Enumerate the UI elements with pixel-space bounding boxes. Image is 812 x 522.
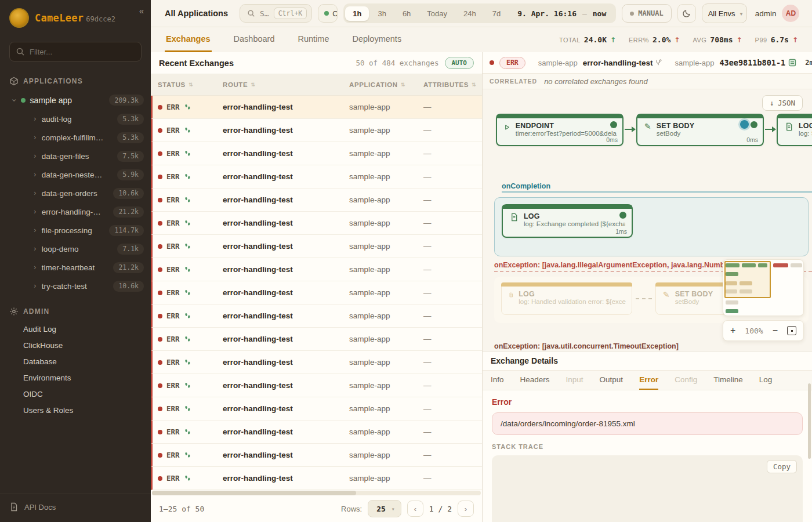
prev-page-button[interactable]: ‹ — [407, 501, 423, 517]
detail-app-name-2: sample-app — [675, 59, 714, 67]
details-tab[interactable]: Headers — [520, 371, 550, 390]
sidebar-route-item[interactable]: › timer-heartbeat 21.2k — [0, 258, 151, 277]
time-range-button[interactable]: Today — [419, 6, 455, 21]
next-page-button[interactable]: › — [458, 501, 474, 517]
time-range-button[interactable]: 24h — [456, 6, 484, 21]
details-tab[interactable]: Timeline — [713, 371, 743, 390]
table-row[interactable]: ERR error-handling-test sample-app — 5EF… — [151, 397, 482, 420]
table-row[interactable]: ERR error-handling-test sample-app — A15… — [151, 420, 482, 444]
table-row[interactable]: ERR error-handling-test sample-app — 5EF… — [151, 467, 482, 490]
table-row[interactable]: ERR error-handling-test sample-app — 96E… — [151, 212, 482, 235]
page-indicator: 1 / 2 — [429, 505, 452, 513]
route-label: complex-fulfillm… — [42, 133, 104, 142]
admin-nav-item[interactable]: ClickHouse — [0, 337, 151, 353]
main-tab[interactable]: Runtime — [297, 27, 331, 52]
table-row[interactable]: ERR error-handling-test sample-app — 96E… — [151, 304, 482, 328]
table-row[interactable]: ERR error-handling-test sample-app — A15… — [151, 96, 482, 119]
column-route[interactable]: ROUTE⇅ — [223, 81, 349, 88]
flow-node-oncompletion-log[interactable]: LOG log: Exchange completed [${exchan 1m… — [502, 204, 633, 238]
detail-exchange-id[interactable]: 43ee9811b801-1 — [719, 58, 796, 67]
zoom-in-button[interactable]: + — [730, 326, 735, 335]
flow-minimap[interactable] — [723, 259, 804, 316]
detail-route-name[interactable]: error-handling-test — [583, 59, 662, 67]
table-row[interactable]: ERR error-handling-test sample-app — 96E… — [151, 165, 482, 188]
details-tab[interactable]: Config — [675, 371, 697, 390]
column-application[interactable]: APPLICATION⇅ — [349, 81, 423, 88]
main-tab[interactable]: Deployments — [351, 27, 403, 52]
sidebar-route-item[interactable]: › data-gen-neste… 5.9k — [0, 165, 151, 184]
sidebar-route-item[interactable]: › complex-fulfillm… 5.3k — [0, 128, 151, 147]
details-tab[interactable]: Info — [491, 371, 504, 390]
sidebar-filter-input[interactable]: Filter... — [9, 42, 142, 61]
route-cell: error-handling-test — [223, 172, 349, 181]
sidebar-route-item[interactable]: › error-handling-… 21.2k — [0, 202, 151, 221]
table-row[interactable]: ERR error-handling-test sample-app — 5EF… — [151, 258, 482, 281]
sidebar-route-item[interactable]: › audit-log 5.3k — [0, 110, 151, 128]
table-row[interactable]: ERR error-handling-test sample-app — 5EF… — [151, 351, 482, 374]
footprints-icon — [184, 289, 191, 296]
vertical-scrollbar-thumb[interactable] — [808, 383, 811, 459]
global-search-input[interactable]: S… Ctrl+K — [240, 4, 312, 23]
details-tab[interactable]: Log — [759, 371, 773, 390]
minimap-viewport[interactable] — [724, 261, 771, 298]
admin-nav-item[interactable]: Environments — [0, 369, 151, 386]
table-row[interactable]: ERR error-handling-test sample-app — 96E… — [151, 235, 482, 258]
dark-mode-toggle[interactable] — [677, 4, 696, 23]
sidebar-route-item[interactable]: › data-gen-orders 10.6k — [0, 184, 151, 202]
table-row[interactable]: ERR error-handling-test sample-app — A15… — [151, 142, 482, 165]
avatar[interactable]: AD — [782, 5, 799, 22]
sidebar-collapse-icon[interactable]: « — [139, 6, 144, 16]
route-cell: error-handling-test — [223, 288, 349, 297]
oncompletion-label: onCompletion — [502, 182, 550, 190]
time-range-button[interactable]: 3h — [370, 6, 393, 21]
environment-select[interactable]: All Envs ▾ — [702, 3, 747, 23]
sidebar-route-item[interactable]: › try-catch-test 10.6k — [0, 277, 151, 295]
table-row[interactable]: ERR error-handling-test sample-app — 5EF… — [151, 444, 482, 467]
zoom-out-button[interactable]: − — [773, 326, 778, 335]
details-tab[interactable]: Error — [639, 371, 658, 390]
stack-trace-box[interactable]: Copy java.io.FileNotFoundException: /dat… — [492, 455, 803, 522]
admin-nav-item[interactable]: Users & Roles — [0, 402, 151, 418]
column-status[interactable]: STATUS⇅ — [158, 81, 223, 88]
flow-node-exc-log[interactable]: LOG log: Handled validation error: ${exc… — [501, 282, 632, 315]
details-tab[interactable]: Output — [600, 371, 624, 390]
build-version: 69dcce2 — [86, 15, 115, 23]
manual-refresh-button[interactable]: MANUAL — [622, 4, 671, 23]
table-row[interactable]: ERR error-handling-test sample-app — 5EF… — [151, 119, 482, 142]
scrollbar-thumb[interactable] — [152, 491, 356, 495]
flow-node-log[interactable]: LOG log: Sta — [777, 114, 812, 146]
details-tab[interactable]: Input — [566, 371, 583, 390]
rows-per-page-select[interactable]: 25 ▾ — [368, 500, 401, 517]
live-status-pill[interactable]: O — [318, 4, 338, 23]
pencil-icon: ✎ — [663, 290, 670, 299]
api-docs-link[interactable]: API Docs — [0, 494, 151, 522]
download-json-button[interactable]: ↓ JSON — [762, 95, 803, 111]
main-tab[interactable]: Exchanges — [165, 27, 212, 52]
time-range-button[interactable]: 1h — [345, 6, 369, 21]
sidebar-route-item[interactable]: › loop-demo 7.1k — [0, 240, 151, 258]
table-row[interactable]: ERR error-handling-test sample-app — A15… — [151, 281, 482, 304]
admin-nav-item[interactable]: Audit Log — [0, 321, 151, 337]
route-label: timer-heartbeat — [42, 263, 95, 272]
admin-nav-item[interactable]: OIDC — [0, 386, 151, 402]
time-range-button[interactable]: 7d — [485, 6, 508, 21]
table-row[interactable]: ERR error-handling-test sample-app — 5EF… — [151, 328, 482, 351]
flow-node-endpoint[interactable]: ENDPOINT timer:errorTest?period=5000&del… — [496, 114, 624, 146]
sidebar-route-item[interactable]: › file-processing 114.7k — [0, 221, 151, 240]
app-online-dot — [21, 98, 26, 103]
copy-button[interactable]: Copy — [767, 460, 797, 473]
auto-refresh-badge[interactable]: AUTO — [445, 57, 474, 69]
column-attributes[interactable]: ATTRIBUTES⇅ — [423, 81, 490, 88]
admin-nav-item[interactable]: Database — [0, 353, 151, 369]
time-range-button[interactable]: 6h — [395, 6, 418, 21]
date-range-display[interactable]: 9. Apr. 16:16 – now — [509, 9, 614, 18]
fit-view-button[interactable] — [787, 326, 796, 335]
date-from: 9. Apr. 16:16 — [517, 9, 577, 18]
table-row[interactable]: ERR error-handling-test sample-app — A15… — [151, 188, 482, 212]
sidebar-item-sample-app[interactable]: › sample app 209.3k — [0, 90, 151, 110]
main-tab[interactable]: Dashboard — [233, 27, 276, 52]
table-row[interactable]: ERR error-handling-test sample-app — 96E… — [151, 374, 482, 397]
sidebar-route-item[interactable]: › data-gen-files 7.5k — [0, 147, 151, 165]
route-flow-canvas[interactable]: ↓ JSON ENDPOINT timer:errorTest?period=5… — [483, 89, 812, 351]
flow-node-set-body[interactable]: ✎ SET BODY setBody 0ms — [636, 114, 764, 146]
